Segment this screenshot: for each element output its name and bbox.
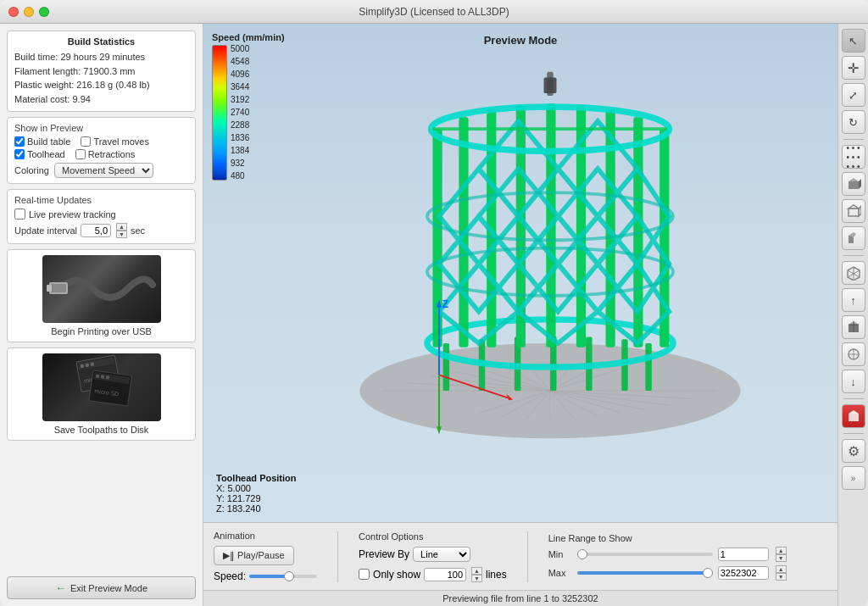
plastic-weight: Plastic weight: 216.18 g (0.48 lb) xyxy=(14,78,188,92)
ortho-icon xyxy=(846,347,861,362)
divider-1 xyxy=(337,531,338,582)
preview-by-label: Preview By xyxy=(359,548,409,560)
only-show-spinner[interactable]: ▲ ▼ xyxy=(471,567,482,582)
speed-value-10: 480 xyxy=(231,172,249,181)
speed-row: Speed: xyxy=(214,570,317,582)
travel-moves-checkbox[interactable] xyxy=(81,136,91,147)
chevron-down-button[interactable]: » xyxy=(842,466,865,490)
max-spinner[interactable]: ▲ ▼ xyxy=(776,565,787,581)
rotate-icon: ↻ xyxy=(849,116,858,129)
lines-label: lines xyxy=(486,569,507,581)
usb-card[interactable]: Begin Printing over USB xyxy=(7,249,196,342)
window-controls[interactable] xyxy=(8,7,49,17)
gear-button[interactable]: ⚙ xyxy=(842,439,865,463)
usb-image xyxy=(42,255,161,323)
sec-label: sec xyxy=(131,225,145,236)
speed-slider[interactable] xyxy=(249,575,317,578)
svg-rect-12 xyxy=(100,375,104,379)
solid-cube-icon xyxy=(846,176,861,192)
speed-value-7: 1836 xyxy=(231,134,249,142)
svg-rect-13 xyxy=(105,375,109,380)
coloring-select[interactable]: Movement Speed Feature Type Print Speed … xyxy=(54,163,153,178)
update-interval-input[interactable] xyxy=(81,224,111,237)
red-cube-button[interactable] xyxy=(842,404,865,428)
live-preview-row[interactable]: Live preview tracking xyxy=(14,208,188,220)
max-range-row: Max ▲ ▼ xyxy=(548,565,787,581)
retractions-checkbox[interactable] xyxy=(75,149,86,159)
zoom-region-tool-button[interactable]: ⤢ xyxy=(842,83,865,107)
sd-card[interactable]: micro SD micro SD Save Toolpaths to Disk xyxy=(7,347,196,441)
svg-rect-2 xyxy=(47,285,52,292)
only-show-checkbox[interactable] xyxy=(359,569,370,580)
toolhead-label: Toolhead xyxy=(27,149,65,159)
control-options-title: Control Options xyxy=(359,531,507,542)
toolhead-checkbox[interactable] xyxy=(14,149,25,159)
toolhead-x: X: 5.000 xyxy=(216,483,297,493)
retractions-checkbox-item[interactable]: Retractions xyxy=(75,149,136,159)
minimize-button[interactable] xyxy=(24,7,34,17)
half-cube-button[interactable] xyxy=(842,226,865,250)
speed-value-1: 4548 xyxy=(231,58,249,66)
min-spinner[interactable]: ▲ ▼ xyxy=(776,547,787,562)
speed-value-9: 932 xyxy=(231,159,249,168)
play-pause-row: ▶︎‖ Play/Pause xyxy=(214,546,317,565)
isometric-view-button[interactable] xyxy=(842,261,865,285)
spin-up[interactable]: ▲ xyxy=(116,223,127,231)
model-container[interactable]: Z xyxy=(271,58,829,454)
solid-view-button[interactable] xyxy=(842,172,865,196)
speed-value-4: 3192 xyxy=(231,96,249,104)
svg-rect-76 xyxy=(849,414,859,421)
min-slider[interactable] xyxy=(577,553,713,556)
speed-value-2: 4096 xyxy=(231,70,249,79)
only-show-input[interactable] xyxy=(424,568,466,581)
build-table-checkbox-item[interactable]: Build table xyxy=(14,136,70,147)
travel-moves-checkbox-item[interactable]: Travel moves xyxy=(81,136,149,147)
show-in-preview-section: Show in Preview Build table Travel moves… xyxy=(7,117,196,184)
interval-spinner[interactable]: ▲ ▼ xyxy=(116,223,127,238)
preview-by-select[interactable]: Line Feature Layer xyxy=(413,547,470,562)
speed-value-8: 1384 xyxy=(231,147,249,155)
svg-rect-49 xyxy=(544,77,557,93)
arrow-down-icon: ↓ xyxy=(850,375,856,388)
max-slider[interactable] xyxy=(577,571,713,575)
svg-rect-7 xyxy=(90,362,94,366)
3d-view-button[interactable] xyxy=(842,315,865,339)
svg-marker-58 xyxy=(849,178,859,181)
only-show-label: Only show xyxy=(373,569,420,581)
maximize-button[interactable] xyxy=(39,7,49,17)
speed-legend-labels: 5000 4548 4096 3644 3192 2740 2288 1836 … xyxy=(231,45,249,181)
3d-viewport[interactable]: Preview Mode Speed (mm/min) 5000 4548 40… xyxy=(203,24,837,522)
arrow-down-button[interactable]: ↓ xyxy=(842,370,865,393)
build-table-checkbox[interactable] xyxy=(14,136,25,147)
close-button[interactable] xyxy=(8,7,19,17)
divider-2 xyxy=(527,531,528,582)
speed-legend-title: Speed (mm/min) xyxy=(212,32,285,42)
status-text: Previewing file from line 1 to 3252302 xyxy=(442,593,598,603)
svg-rect-1 xyxy=(51,284,66,292)
toolhead-checkbox-item[interactable]: Toolhead xyxy=(14,149,65,159)
toolbar-separator-3 xyxy=(843,398,864,399)
rotate-tool-button[interactable]: ↻ xyxy=(842,110,865,134)
move-tool-button[interactable]: ✛ xyxy=(842,56,865,80)
play-pause-button[interactable]: ▶︎‖ Play/Pause xyxy=(214,546,294,565)
update-interval-row: Update interval ▲ ▼ sec xyxy=(14,223,188,238)
arrow-up-button[interactable]: ↑ xyxy=(842,288,865,312)
3d-model-svg: Z xyxy=(271,58,829,454)
toolhead-z: Z: 183.240 xyxy=(216,503,297,514)
spin-down[interactable]: ▼ xyxy=(116,231,127,238)
min-value-input[interactable] xyxy=(718,548,769,561)
preview-mode-label: Preview Mode xyxy=(484,34,558,47)
line-range-group: Line Range to Show Min ▲ ▼ Max ▲ xyxy=(548,533,787,581)
wire-view-button[interactable] xyxy=(842,199,865,223)
max-label: Max xyxy=(548,568,572,578)
cursor-icon: ↖ xyxy=(849,35,858,47)
max-value-input[interactable] xyxy=(718,566,769,580)
dots-tool-button[interactable]: • • •• • •• • • xyxy=(842,145,865,169)
cursor-tool-button[interactable]: ↖ xyxy=(842,29,865,53)
speed-color-bar xyxy=(212,45,227,181)
exit-preview-button[interactable]: ← Exit Preview Mode xyxy=(7,576,196,599)
live-preview-checkbox[interactable] xyxy=(14,208,25,220)
build-statistics-section: Build Statistics Build time: 29 hours 29… xyxy=(7,31,196,112)
retractions-label: Retractions xyxy=(88,149,136,159)
cross-section-button[interactable] xyxy=(842,342,865,366)
